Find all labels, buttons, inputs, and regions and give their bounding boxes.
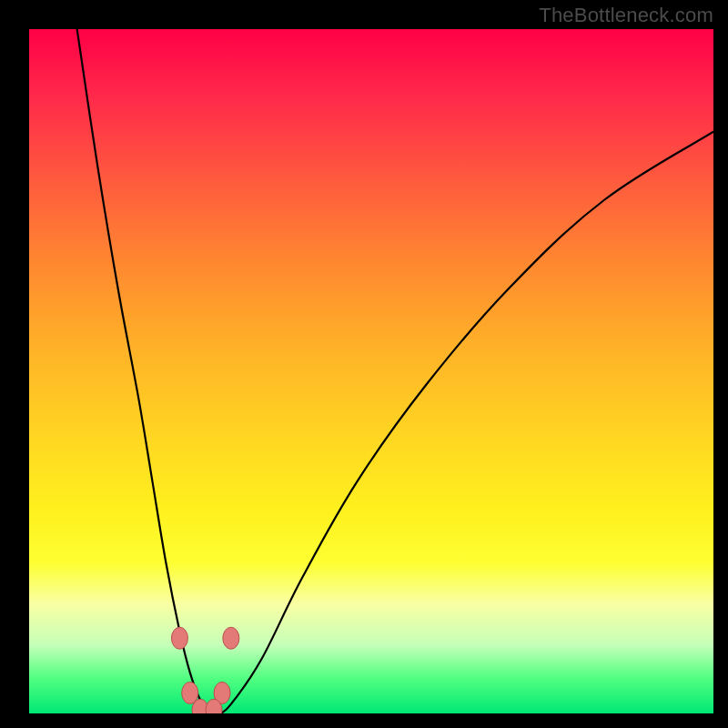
trough-markers — [171, 627, 238, 713]
chart-frame: TheBottleneck.com — [0, 0, 728, 728]
bottleneck-curve — [77, 29, 713, 713]
plot-area — [29, 29, 713, 713]
trough-marker — [223, 627, 239, 649]
trough-marker — [171, 627, 187, 649]
curve-layer — [29, 29, 713, 713]
watermark-text: TheBottleneck.com — [539, 4, 713, 27]
